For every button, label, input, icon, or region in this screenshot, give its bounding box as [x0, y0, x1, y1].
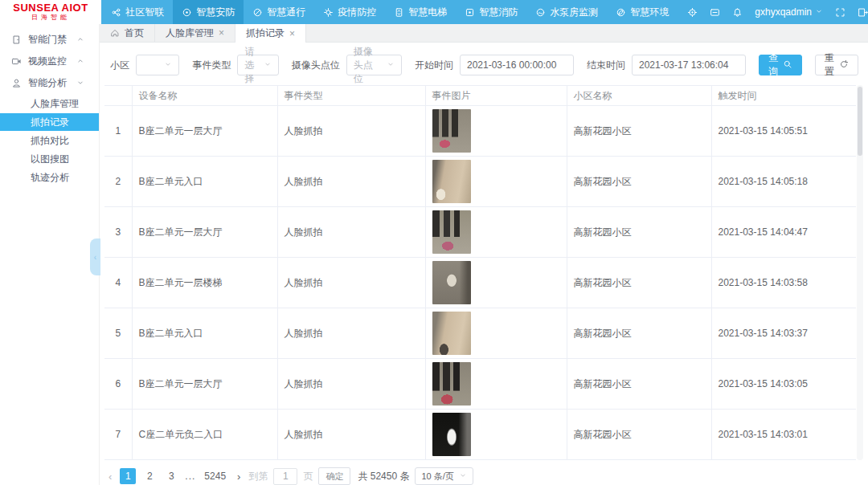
goto-label: 到第	[248, 470, 268, 483]
cell-event-image	[425, 258, 567, 308]
camera-select-value: 摄像头点位	[354, 45, 382, 86]
tab-label: 人脸库管理	[166, 26, 214, 40]
cell-trigger-time: 2021-03-15 14:05:18	[711, 157, 856, 207]
table-row: 3B座二单元一层大厅人脸抓拍高新花园小区2021-03-15 14:04:47	[104, 207, 856, 258]
goto-confirm-button[interactable]: 确定	[318, 467, 350, 485]
cell-community: 高新花园小区	[567, 106, 711, 157]
cell-event-image	[425, 410, 567, 460]
sidebar-subitem-trajectory[interactable]: 轨迹分析	[0, 169, 99, 186]
chevron-down-icon	[454, 471, 467, 481]
topnav-item-label: 智慧通行	[267, 6, 305, 19]
fullscreen-button[interactable]	[835, 7, 845, 18]
end-time-input[interactable]	[632, 55, 746, 75]
settings-button[interactable]	[687, 7, 698, 18]
sidebar-subitem-face-library[interactable]: 人脸库管理	[0, 95, 99, 112]
cell-device-name: B座二单元一层大厅	[132, 207, 277, 258]
event-snapshot[interactable]	[432, 261, 471, 304]
brand-name: SUNSEA AIOT	[13, 2, 88, 14]
user-menu[interactable]: gxhyxqadmin	[755, 6, 823, 18]
topnav-item-access[interactable]: 智慧通行	[244, 0, 314, 24]
chevron-down-icon	[164, 60, 172, 68]
page-button-5245[interactable]: 5245	[201, 468, 229, 484]
event-snapshot[interactable]	[432, 210, 471, 254]
sidebar-subitem-capture-records[interactable]: 抓拍记录	[0, 113, 99, 131]
sidebar-subitem-capture-compare[interactable]: 抓拍对比	[0, 132, 99, 149]
topnav-item-security[interactable]: 智慧安防	[173, 0, 244, 24]
cell-event-type: 人脸抓拍	[277, 207, 425, 258]
page-button-1[interactable]: 1	[120, 468, 136, 484]
sidebar-item-access-control[interactable]: 智能门禁	[0, 29, 99, 51]
cell-trigger-time: 2021-03-15 14:05:51	[711, 106, 856, 157]
event-snapshot[interactable]	[432, 109, 471, 153]
topnav-item-community[interactable]: 社区智联	[102, 0, 173, 24]
start-time-input[interactable]	[460, 55, 574, 75]
exit-icon	[858, 7, 868, 18]
camera-select[interactable]: 摄像头点位	[346, 55, 402, 75]
topnav-item-label: 社区智联	[125, 6, 164, 19]
chevron-down-icon	[382, 59, 395, 71]
records-table-wrap: 设备名称事件类型事件图片小区名称触发时间 1B座二单元一层大厅人脸抓拍高新花园小…	[104, 85, 862, 460]
sidebar-subitem-image-search[interactable]: 以图搜图	[0, 150, 99, 168]
cell-community: 高新花园小区	[567, 359, 711, 410]
notifications-button[interactable]	[732, 7, 743, 18]
tab-home[interactable]: 首页	[100, 24, 155, 42]
fullscreen-icon	[835, 7, 845, 18]
page-ellipsis: ...	[185, 471, 195, 482]
reset-button[interactable]: 重置	[815, 55, 858, 75]
tab-close-icon[interactable]: ×	[219, 28, 224, 38]
tab-label: 首页	[125, 26, 144, 40]
tab-face-library[interactable]: 人脸库管理×	[155, 24, 235, 42]
brand-subtitle: 日海智能	[31, 14, 70, 21]
page-size-select[interactable]: 10 条/页	[415, 467, 473, 485]
topnav-item-pump-room[interactable]: 水泵房监测	[526, 0, 607, 24]
column-header: 设备名称	[132, 86, 277, 106]
message-button[interactable]	[710, 7, 720, 18]
logout-button[interactable]	[858, 7, 868, 18]
goto-page-input[interactable]	[273, 468, 297, 485]
sidebar-collapse-handle[interactable]: ‹	[90, 238, 100, 275]
sidebar-item-video-monitor[interactable]: 视频监控	[0, 51, 99, 72]
search-button[interactable]: 查询	[759, 55, 802, 75]
event-snapshot[interactable]	[432, 160, 471, 203]
app-window: SUNSEA AIOT 日海智能 社区智联智慧安防智慧通行疫情防控智慧电梯智慧消…	[0, 0, 868, 485]
event-type-select[interactable]: 请选择	[237, 55, 278, 75]
cell-event-image	[425, 308, 567, 359]
table-row: 5B座二单元入口人脸抓拍高新花园小区2021-03-15 14:03:37	[104, 308, 856, 359]
cell-community: 高新花园小区	[567, 410, 711, 460]
column-header: 事件图片	[425, 86, 567, 106]
page-buttons: 123...5245	[120, 468, 229, 484]
cell-trigger-time: 2021-03-15 14:03:05	[711, 359, 856, 410]
community-select[interactable]	[136, 55, 179, 75]
topnav-item-environment[interactable]: 智慧环境	[607, 0, 678, 24]
table-scrollbar[interactable]	[857, 85, 863, 460]
event-snapshot[interactable]	[432, 413, 471, 456]
page-button-3[interactable]: 3	[163, 468, 179, 484]
topnav-item-label: 智慧电梯	[408, 6, 447, 19]
cell-event-image	[425, 106, 567, 157]
table-row: 7C座二单元负二入口人脸抓拍高新花园小区2021-03-15 14:03:01	[104, 410, 856, 460]
tab-capture-records[interactable]: 抓拍记录×	[235, 24, 306, 43]
sidebar-item-label: 智能门禁	[28, 33, 76, 47]
records-table: 设备名称事件类型事件图片小区名称触发时间 1B座二单元一层大厅人脸抓拍高新花园小…	[104, 85, 856, 460]
username: gxhyxqadmin	[755, 6, 812, 18]
sidebar-item-smart-analysis[interactable]: 智能分析	[0, 72, 99, 94]
filter-bar: 小区 事件类型 请选择 摄像头点位 摄像头点位 开始时间	[100, 43, 868, 85]
next-page-button[interactable]: ›	[235, 471, 243, 483]
page-button-2[interactable]: 2	[141, 468, 158, 484]
cell-trigger-time: 2021-03-15 14:03:37	[711, 308, 856, 359]
table-row: 4B座二单元一层楼梯人脸抓拍高新花园小区2021-03-15 14:03:58	[104, 258, 856, 308]
sidebar: 智能门禁视频监控智能分析人脸库管理抓拍记录抓拍对比以图搜图轨迹分析	[0, 24, 100, 485]
scrollbar-thumb[interactable]	[858, 87, 862, 156]
topnav-item-epidemic[interactable]: 疫情防控	[314, 0, 385, 24]
reset-button-label: 重置	[825, 51, 834, 79]
cell-device-name: B座二单元入口	[132, 308, 277, 359]
event-snapshot[interactable]	[432, 312, 471, 355]
prev-page-button[interactable]: ‹	[106, 471, 114, 483]
event-snapshot[interactable]	[432, 362, 471, 406]
main-area: 首页人脸库管理×抓拍记录× 小区 事件类型 请选择 摄像头点位 摄像头	[100, 24, 868, 485]
cell-device-name: C座二单元负二入口	[132, 410, 277, 460]
page-unit-label: 页	[303, 470, 313, 483]
topnav-item-elevator[interactable]: 智慧电梯	[385, 0, 456, 24]
topnav-item-fire[interactable]: 智慧消防	[456, 0, 526, 24]
tab-close-icon[interactable]: ×	[289, 29, 295, 39]
